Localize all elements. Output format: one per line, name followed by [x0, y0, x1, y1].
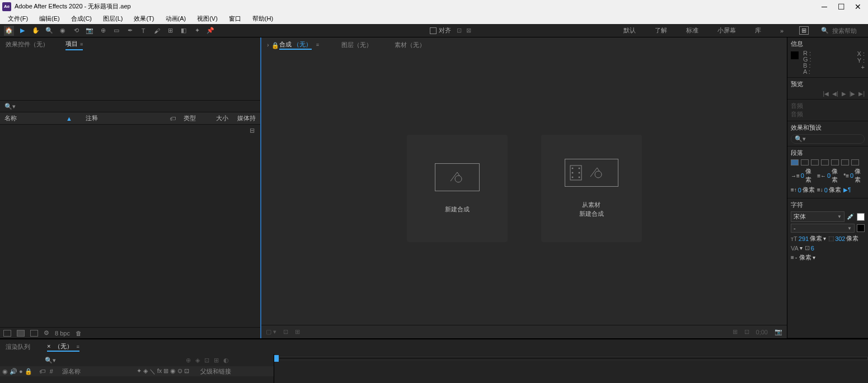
camera-icon[interactable]: 📷 [775, 328, 782, 335]
workspace-default[interactable]: 默认 [620, 25, 639, 36]
menu-file[interactable]: 文件(F) [2, 13, 34, 24]
play-button[interactable]: ▶ [842, 91, 846, 97]
mask-icon[interactable]: ⊡ [744, 328, 749, 335]
menu-view[interactable]: 视图(V) [191, 13, 223, 24]
clone-tool[interactable]: ⊞ [165, 26, 175, 36]
selection-tool[interactable]: ▶ [17, 26, 27, 36]
workspace-standard[interactable]: 标准 [683, 25, 702, 36]
tab-timeline-none[interactable]: × （无） ≡ [47, 342, 79, 352]
workspace-more[interactable]: » [777, 26, 787, 35]
interpret-footage-icon[interactable] [3, 330, 11, 337]
time-display[interactable]: 0;00 [756, 329, 768, 335]
col-type[interactable]: 类型 [179, 114, 200, 122]
next-frame-button[interactable]: |▶ [850, 91, 856, 97]
tab-composition[interactable]: › 🔒 合成 （无） ≡ [267, 40, 319, 50]
workspace-libraries[interactable]: 库 [752, 25, 764, 36]
col-size[interactable]: 大小 [212, 114, 233, 122]
time-ruler[interactable] [279, 357, 868, 360]
justify-center-button[interactable] [831, 159, 839, 166]
workspace-learn[interactable]: 了解 [651, 25, 670, 36]
col-media[interactable]: 媒体持 [233, 114, 260, 122]
tl-icon-1[interactable]: ⊕ [186, 357, 191, 364]
rotate-tool[interactable]: ⟲ [71, 26, 81, 36]
new-composition-button[interactable]: 新建合成 [407, 135, 508, 242]
space-before[interactable]: ≡↑ 0 像素 [791, 186, 815, 194]
tab-layer[interactable]: 图层（无） [341, 41, 372, 49]
tl-icon-5[interactable]: ◐ [223, 357, 229, 364]
fast-preview-control[interactable]: ⊞ [295, 328, 300, 335]
menu-help[interactable]: 帮助(H) [247, 13, 279, 24]
sort-arrow-icon[interactable]: ▲ [62, 115, 77, 122]
workspace-small[interactable]: 小屏幕 [714, 25, 739, 36]
home-tool[interactable]: 🏠 [4, 26, 14, 36]
workspace-reset-icon[interactable]: ⊞ [799, 26, 809, 35]
align-left-button[interactable] [791, 159, 799, 166]
space-after[interactable]: ≡↓ 0 像素 [817, 186, 841, 194]
justify-left-button[interactable] [821, 159, 829, 166]
font-size[interactable]: тT 291 像素 ▾ [791, 234, 826, 243]
brush-tool[interactable]: 🖌 [152, 26, 162, 36]
eraser-tool[interactable]: ◧ [179, 26, 189, 36]
comp-tab-menu-icon[interactable]: ≡ [316, 42, 319, 48]
resolution-control[interactable]: ⊡ [283, 328, 288, 335]
time-indicator[interactable] [274, 355, 279, 362]
menu-layer[interactable]: 图层(L) [97, 13, 128, 24]
switch-icon-4[interactable]: fx [157, 367, 162, 376]
lock-col-icon[interactable]: 🔒 [25, 368, 32, 375]
zoom-tool[interactable]: 🔍 [44, 26, 54, 36]
tl-icon-3[interactable]: ⊡ [204, 357, 209, 364]
switch-icon-1[interactable]: ✦ [137, 367, 142, 376]
indent-right[interactable]: ≡← 0 像素 [817, 167, 841, 184]
leading[interactable]: ⬚ 302 像素 [828, 234, 858, 243]
menu-window[interactable]: 窗口 [223, 13, 247, 24]
close-button[interactable]: ✕ [855, 3, 861, 10]
eyedropper-icon[interactable]: 💉 [847, 213, 855, 220]
first-frame-button[interactable]: |◀ [823, 91, 829, 97]
new-folder-icon[interactable] [17, 330, 25, 337]
orbit-tool[interactable]: ◉ [58, 26, 68, 36]
fx-search-input[interactable]: 🔍▾ [791, 134, 865, 144]
pen-tool[interactable]: ✒ [125, 26, 135, 36]
proj-settings-icon[interactable]: ⚙ [44, 329, 49, 337]
justify-all-button[interactable] [851, 159, 859, 166]
solo-col-icon[interactable]: ● [19, 368, 23, 375]
audio-col-icon[interactable]: 🔊 [10, 368, 17, 375]
align-right-button[interactable] [811, 159, 819, 166]
para-direction[interactable]: ▶¶ [843, 186, 851, 194]
tl-icon-2[interactable]: ◈ [195, 357, 200, 364]
tab-menu-icon[interactable]: ≡ [80, 41, 83, 47]
search-help-input[interactable] [832, 27, 866, 34]
label-col-icon[interactable]: 🏷 [39, 368, 45, 375]
minimize-button[interactable]: ─ [821, 3, 828, 10]
tl-icon-4[interactable]: ⊞ [214, 357, 219, 364]
new-comp-from-footage-button[interactable]: 从素材新建合成 [541, 135, 642, 242]
col-name[interactable]: 名称 [0, 114, 62, 122]
justify-right-button[interactable] [841, 159, 849, 166]
font-family-select[interactable]: 宋体▼ [791, 211, 844, 222]
tracking[interactable]: ⊡ 6 [805, 244, 814, 252]
lock-icon[interactable]: 🔒 [271, 42, 277, 48]
menu-composition[interactable]: 合成(C) [65, 13, 97, 24]
rectangle-tool[interactable]: ▭ [111, 26, 121, 36]
tab-render-queue[interactable]: 渲染队列 [6, 343, 30, 351]
source-name-col[interactable]: 源名称 [62, 367, 81, 376]
camera-tool[interactable]: 📷 [85, 26, 95, 36]
parent-col[interactable]: 父级和链接 [200, 367, 231, 376]
stroke-color-swatch[interactable] [857, 224, 865, 232]
hand-tool[interactable]: ✋ [31, 26, 41, 36]
switch-icon-2[interactable]: ◈ [143, 367, 148, 376]
col-comment[interactable]: 注释 [81, 114, 102, 122]
text-tool[interactable]: T [138, 26, 148, 36]
tab-footage[interactable]: 素材（无） [395, 41, 425, 49]
roto-tool[interactable]: ✦ [192, 26, 202, 36]
indent-first[interactable]: *≡ 0 像素 [843, 167, 865, 184]
prev-frame-button[interactable]: ◀| [832, 91, 838, 97]
new-comp-icon[interactable] [30, 330, 38, 337]
tab-project[interactable]: 项目≡ [65, 40, 83, 50]
kerning[interactable]: VA ▾ [791, 245, 803, 252]
snap-icon-2[interactable]: ⊠ [466, 27, 471, 34]
switch-icon-7[interactable]: ⊙ [177, 367, 182, 376]
menu-animation[interactable]: 动画(A) [160, 13, 192, 24]
project-list[interactable]: ⊟ [0, 125, 260, 327]
eye-col-icon[interactable]: ◉ [2, 368, 8, 375]
